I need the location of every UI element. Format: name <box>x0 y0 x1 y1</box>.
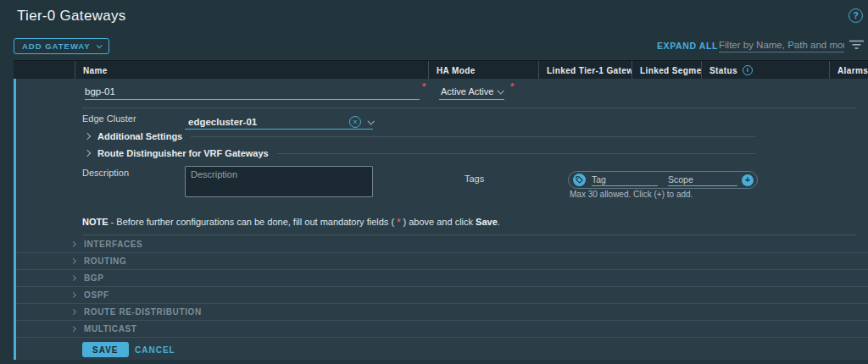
column-ha-mode[interactable]: HA Mode <box>428 61 538 80</box>
chevron-right-icon <box>70 241 76 247</box>
section-multicast[interactable]: MULTICAST <box>16 321 868 338</box>
divider <box>82 234 856 235</box>
additional-settings-toggle[interactable]: Additional Settings <box>85 131 755 141</box>
ha-mode-select[interactable]: Active Active <box>439 84 504 100</box>
ha-mode-value: Active Active <box>441 86 493 97</box>
chevron-right-icon <box>70 275 76 281</box>
chevron-right-icon <box>70 258 76 264</box>
tag-input[interactable] <box>592 174 658 186</box>
chevron-right-icon <box>84 133 91 140</box>
name-required-marker: * <box>422 81 426 91</box>
edge-cluster-combobox[interactable]: edgecluster-01 × <box>185 114 373 130</box>
config-sections: INTERFACES ROUTING BGP OSPF ROUTE RE-DIS… <box>16 236 868 338</box>
route-distinguisher-label: Route Distinguisher for VRF Gateways <box>97 148 269 158</box>
add-tag-icon[interactable]: + <box>742 174 754 186</box>
divider <box>191 136 755 137</box>
column-expander <box>14 61 75 80</box>
edge-cluster-value: edgecluster-01 <box>185 117 349 127</box>
clear-selection-icon[interactable]: × <box>349 116 361 128</box>
chevron-right-icon <box>84 150 91 157</box>
tag-icon <box>573 174 586 186</box>
divider <box>277 153 755 154</box>
add-gateway-label: ADD GATEWAY <box>22 41 91 51</box>
chevron-down-icon <box>497 87 504 94</box>
chevron-right-icon <box>70 326 76 332</box>
status-info-icon[interactable]: i <box>743 65 753 75</box>
column-status[interactable]: Status i <box>701 61 829 80</box>
chevron-down-icon <box>96 42 102 48</box>
filter-input[interactable] <box>719 37 844 52</box>
ha-mode-required-marker: * <box>510 81 514 91</box>
scope-input[interactable] <box>668 174 737 186</box>
note-save-word: Save <box>476 217 498 227</box>
edge-cluster-label: Edge Cluster <box>82 113 136 124</box>
section-routing[interactable]: ROUTING <box>16 253 868 270</box>
add-gateway-button[interactable]: ADD GATEWAY <box>14 38 109 54</box>
description-label: Description <box>82 168 129 178</box>
column-alarms[interactable]: Alarms <box>829 61 868 80</box>
column-linked-segments[interactable]: Linked Segments <box>632 61 701 80</box>
gateway-name-input[interactable] <box>85 84 420 100</box>
filter-icon[interactable] <box>849 40 864 50</box>
section-route-redistribution[interactable]: ROUTE RE-DISTRIBUTION <box>16 304 868 321</box>
section-interfaces[interactable]: INTERFACES <box>16 236 868 253</box>
chevron-right-icon <box>70 292 76 298</box>
table-header: Name HA Mode Linked Tier-1 Gateways Link… <box>14 60 868 79</box>
description-textarea[interactable] <box>185 166 373 197</box>
section-ospf[interactable]: OSPF <box>16 287 868 304</box>
cancel-button[interactable]: CANCEL <box>135 345 175 355</box>
column-linked-tier1[interactable]: Linked Tier-1 Gateways <box>538 61 632 80</box>
tags-label: Tags <box>465 174 484 184</box>
chevron-right-icon <box>70 309 76 315</box>
help-icon[interactable]: ? <box>849 8 863 23</box>
additional-settings-label: Additional Settings <box>97 131 182 141</box>
mandatory-fields-note: NOTE - Before further configurations can… <box>82 217 500 227</box>
chevron-down-icon <box>367 118 374 124</box>
save-button[interactable]: SAVE <box>82 342 129 357</box>
expand-all-link[interactable]: EXPAND ALL <box>657 41 718 51</box>
route-distinguisher-toggle[interactable]: Route Distinguisher for VRF Gateways <box>85 148 755 158</box>
column-name[interactable]: Name <box>75 61 428 80</box>
note-label: NOTE <box>82 217 108 227</box>
page-title: Tier-0 Gateways <box>17 8 126 25</box>
tag-entry-pill: + <box>568 171 758 189</box>
tier0-gateways-page: Tier-0 Gateways ? ADD GATEWAY EXPAND ALL… <box>0 0 868 364</box>
gateway-edit-row: * Active Active * Edge Cluster edgeclust… <box>14 79 868 360</box>
section-bgp[interactable]: BGP <box>16 270 868 287</box>
divider <box>82 108 856 108</box>
tags-hint: Max 30 allowed. Click (+) to add. <box>570 190 693 199</box>
